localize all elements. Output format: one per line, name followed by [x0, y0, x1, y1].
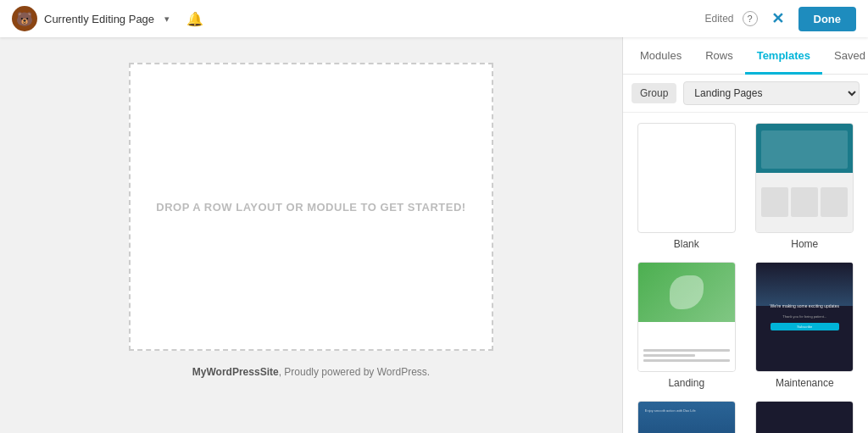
site-logo[interactable]: 🐻: [12, 6, 37, 31]
thumb-partial2-graphic: [756, 402, 853, 433]
group-row: Group Landing Pages All Pages Blog Portf…: [623, 75, 868, 113]
footer: MyWordPressSite, Proudly powered by Word…: [192, 366, 430, 378]
template-thumb-blank: [637, 123, 736, 233]
template-blank[interactable]: Blank: [633, 123, 740, 250]
thumb-line-1: [643, 349, 730, 352]
top-bar: 🐻 Currently Editing Page ▾ 🔔 Edited ? ✕ …: [0, 0, 868, 37]
template-thumb-partial1: Enjoy smooth action with Dax Life: [637, 401, 736, 433]
template-home[interactable]: Home: [752, 123, 859, 250]
template-name-home: Home: [791, 238, 818, 250]
thumb-card-2: [791, 187, 818, 217]
template-name-landing: Landing: [668, 377, 704, 389]
group-button[interactable]: Group: [632, 83, 676, 103]
bell-icon[interactable]: 🔔: [186, 11, 203, 27]
footer-powered: , Proudly powered by WordPress.: [279, 366, 431, 378]
template-landing[interactable]: Landing: [633, 262, 740, 389]
template-partial2[interactable]: [752, 401, 859, 433]
thumb-line-3: [643, 359, 730, 362]
right-panel: Modules Rows Templates Saved Group Landi…: [622, 37, 868, 433]
top-bar-left: 🐻 Currently Editing Page ▾ 🔔: [12, 6, 203, 31]
done-button[interactable]: Done: [798, 7, 857, 31]
thumb-landing-blob: [670, 275, 704, 309]
site-name: MyWordPressSite: [192, 366, 279, 378]
thumb-card-3: [821, 187, 848, 217]
template-grid: Blank Home: [623, 113, 868, 433]
thumb-partial1-line: Enjoy smooth action with Dax Life: [645, 408, 728, 414]
template-thumb-maintenance: We're making some exciting updates Thank…: [755, 262, 854, 372]
main-area: DROP A ROW LAYOUT OR MODULE TO GET START…: [0, 37, 868, 433]
chevron-down-icon[interactable]: ▾: [164, 14, 170, 25]
thumb-maintenance-graphic: We're making some exciting updates Thank…: [756, 263, 853, 371]
template-partial1[interactable]: Enjoy smooth action with Dax Life: [633, 401, 740, 433]
tab-templates[interactable]: Templates: [745, 37, 822, 75]
thumb-landing-graphic: [638, 263, 735, 371]
close-button[interactable]: ✕: [766, 7, 790, 31]
template-name-maintenance: Maintenance: [776, 377, 834, 389]
thumb-home-cards: [761, 187, 848, 217]
template-maintenance[interactable]: We're making some exciting updates Thank…: [752, 262, 859, 389]
thumb-maint-content: We're making some exciting updates Thank…: [771, 303, 839, 330]
thumb-landing-lines: [643, 349, 730, 364]
template-thumb-landing: [637, 262, 736, 372]
thumb-partial1-text: Enjoy smooth action with Dax Life: [638, 402, 735, 420]
panel-tabs: Modules Rows Templates Saved: [623, 37, 868, 75]
drop-zone-text: DROP A ROW LAYOUT OR MODULE TO GET START…: [156, 201, 465, 214]
canvas-area: DROP A ROW LAYOUT OR MODULE TO GET START…: [0, 37, 622, 433]
top-bar-right: Edited ? ✕ Done: [704, 7, 856, 31]
edited-status: Edited: [704, 13, 733, 25]
thumb-card-1: [761, 187, 788, 217]
thumb-maint-bg: [756, 263, 853, 306]
group-select[interactable]: Landing Pages All Pages Blog Portfolio: [683, 81, 860, 105]
thumb-maint-heading: We're making some exciting updates: [771, 303, 839, 309]
template-name-blank: Blank: [674, 238, 699, 250]
thumb-maint-button: Subscribe: [771, 323, 839, 330]
drop-zone[interactable]: DROP A ROW LAYOUT OR MODULE TO GET START…: [129, 63, 493, 351]
tab-rows[interactable]: Rows: [693, 37, 745, 75]
thumb-maint-body: Thank you for being patient...: [771, 314, 839, 319]
help-icon[interactable]: ?: [743, 11, 758, 26]
thumb-line-2: [643, 354, 695, 357]
template-thumb-home: [755, 123, 854, 233]
thumb-partial1-graphic: Enjoy smooth action with Dax Life: [638, 402, 735, 433]
thumb-home-graphic: [756, 124, 853, 232]
thumb-landing-top: [638, 263, 735, 322]
template-thumb-partial2: [755, 401, 854, 433]
tab-modules[interactable]: Modules: [628, 37, 693, 75]
thumb-home-overlay: [761, 130, 848, 169]
page-title: Currently Editing Page: [44, 13, 154, 25]
tab-saved[interactable]: Saved: [822, 37, 868, 75]
